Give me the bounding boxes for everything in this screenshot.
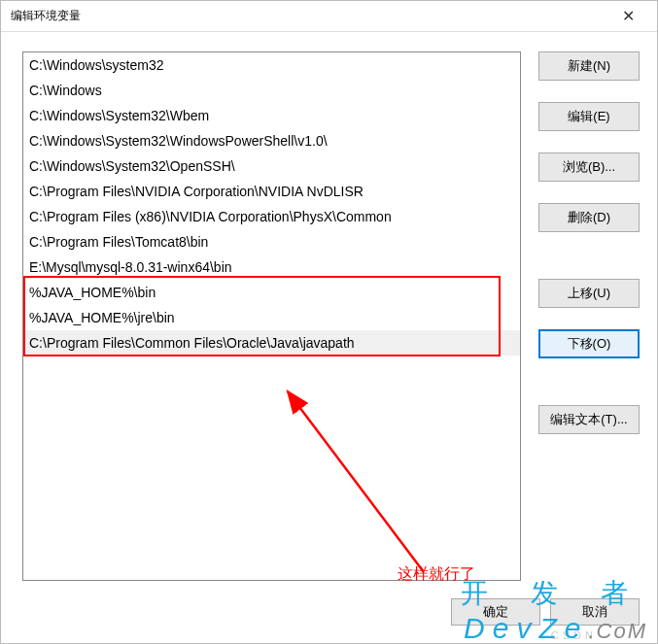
edit-text-button[interactable]: 编辑文本(T)... (538, 405, 640, 434)
list-item[interactable]: %JAVA_HOME%\bin (23, 280, 520, 305)
bottom-buttons: 确定 取消 (451, 598, 640, 626)
list-item[interactable]: C:\Program Files\NVIDIA Corporation\NVID… (23, 179, 520, 204)
path-listbox[interactable]: C:\Windows\system32 C:\Windows C:\Window… (22, 51, 521, 581)
list-item[interactable]: C:\Windows (23, 78, 520, 103)
edit-button[interactable]: 编辑(E) (538, 102, 640, 131)
new-button[interactable]: 新建(N) (538, 51, 640, 81)
browse-button[interactable]: 浏览(B)... (538, 153, 640, 182)
side-buttons: 新建(N) 编辑(E) 浏览(B)... 删除(D) 上移(U) 下移(O) 编… (538, 51, 640, 581)
list-item[interactable]: C:\Windows\system32 (23, 52, 520, 78)
titlebar: 编辑环境变量 ✕ (1, 1, 657, 32)
list-item[interactable]: %JAVA_HOME%\jre\bin (23, 305, 520, 330)
list-item[interactable]: C:\Program Files (x86)\NVIDIA Corporatio… (23, 204, 520, 229)
close-button[interactable]: ✕ (606, 2, 649, 31)
list-item[interactable]: C:\Windows\System32\Wbem (23, 103, 520, 128)
list-item[interactable]: C:\Program Files\Common Files\Oracle\Jav… (23, 330, 520, 356)
window-title: 编辑环境变量 (11, 8, 81, 24)
list-item[interactable]: E:\Mysql\mysql-8.0.31-winx64\bin (23, 254, 520, 280)
delete-button[interactable]: 删除(D) (538, 203, 640, 232)
main-row: C:\Windows\system32 C:\Windows C:\Window… (22, 51, 640, 581)
ok-button[interactable]: 确定 (451, 598, 540, 626)
cancel-button[interactable]: 取消 (550, 598, 640, 626)
move-down-button[interactable]: 下移(O) (538, 329, 640, 358)
list-item[interactable]: C:\Windows\System32\OpenSSH\ (23, 153, 520, 179)
dialog-window: 编辑环境变量 ✕ C:\Windows\system32 C:\Windows … (0, 0, 658, 644)
list-item[interactable]: C:\Program Files\Tomcat8\bin (23, 229, 520, 254)
move-up-button[interactable]: 上移(U) (538, 279, 640, 308)
list-item[interactable]: C:\Windows\System32\WindowsPowerShell\v1… (23, 128, 520, 153)
content-area: C:\Windows\system32 C:\Windows C:\Window… (1, 32, 657, 643)
